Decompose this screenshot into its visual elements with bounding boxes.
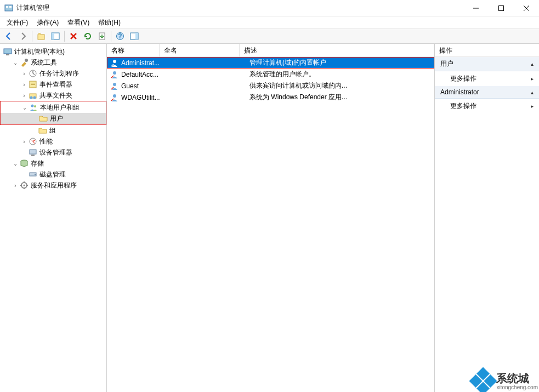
tree-groups[interactable]: 组: [0, 125, 106, 136]
minimize-button[interactable]: [463, 0, 489, 16]
submenu-arrow-icon: ▸: [531, 103, 534, 109]
list-pane: 名称 全名 描述 Administrat...管理计算机(域)的内置帐户Defa…: [107, 44, 435, 392]
svg-point-38: [113, 60, 116, 63]
up-button[interactable]: [35, 30, 48, 43]
show-hide-actions-button[interactable]: [128, 30, 141, 43]
column-name[interactable]: 名称: [107, 44, 160, 56]
list-row[interactable]: DefaultAcc...系统管理的用户帐户。: [107, 69, 434, 80]
folder-icon: [39, 114, 48, 123]
export-button[interactable]: [95, 30, 109, 43]
actions-more-administrator[interactable]: 更多操作 ▸: [435, 99, 539, 113]
tree-root[interactable]: 计算机管理(本地): [0, 46, 106, 57]
tree-shared-folders[interactable]: › 共享文件夹: [0, 90, 106, 101]
cell-name: WDAGUtilit...: [121, 94, 169, 101]
toolbar-separator: [111, 31, 111, 42]
user-icon: [110, 82, 119, 90]
svg-point-28: [34, 105, 36, 107]
svg-rect-9: [52, 33, 54, 39]
actions-item-label: 更多操作: [450, 101, 476, 111]
tree-task-scheduler[interactable]: › 任务计划程序: [0, 68, 106, 79]
expand-icon[interactable]: ›: [21, 138, 27, 145]
actions-more-users[interactable]: 更多操作 ▸: [435, 71, 539, 86]
menu-file[interactable]: 文件(F): [2, 17, 32, 29]
list-body: Administrat...管理计算机(域)的内置帐户DefaultAcc...…: [107, 57, 434, 103]
svg-rect-23: [31, 84, 35, 85]
collapse-icon[interactable]: ⌄: [21, 104, 28, 111]
main-area: 计算机管理(本地) ⌄ 系统工具 › 任务计划程序 › 事件查看器 › 共享文件…: [0, 44, 539, 392]
expand-icon[interactable]: ›: [21, 92, 27, 99]
cell-description: 系统管理的用户帐户。: [249, 70, 434, 79]
services-icon: [20, 181, 29, 190]
tree-local-users-groups[interactable]: ⌄ 本地用户和组: [1, 102, 106, 113]
svg-point-19: [25, 59, 28, 62]
close-button[interactable]: [514, 0, 539, 16]
actions-title: 操作: [435, 44, 539, 57]
toolbar-separator: [32, 31, 32, 42]
svg-text:?: ?: [118, 32, 122, 40]
actions-section-users[interactable]: 用户 ▴: [435, 57, 539, 71]
tree-device-manager[interactable]: 设备管理器: [0, 147, 106, 158]
user-icon: [110, 70, 119, 79]
back-button[interactable]: [2, 30, 15, 43]
svg-rect-4: [499, 5, 504, 10]
tree-label: 设备管理器: [39, 148, 72, 157]
menu-view[interactable]: 查看(V): [63, 17, 94, 29]
actions-section-administrator[interactable]: Administrator ▴: [435, 86, 539, 99]
tree-label: 任务计划程序: [39, 69, 79, 78]
svg-rect-0: [5, 5, 13, 11]
folder-icon: [38, 126, 47, 135]
expand-icon[interactable]: ›: [21, 70, 27, 77]
show-hide-tree-button[interactable]: [49, 30, 62, 43]
collapse-icon[interactable]: ⌄: [12, 59, 19, 66]
svg-rect-7: [38, 35, 44, 39]
tree-storage[interactable]: ⌄ 存储: [0, 158, 106, 169]
user-icon: [110, 59, 119, 67]
performance-icon: [29, 137, 37, 146]
tree-label: 用户: [50, 114, 63, 123]
svg-point-40: [113, 83, 116, 86]
tree-users[interactable]: 用户: [1, 113, 106, 124]
disk-icon: [29, 170, 37, 179]
watermark-logo-icon: [469, 367, 497, 392]
svg-point-35: [35, 174, 36, 175]
toolbar: ?: [0, 29, 539, 44]
menu-help[interactable]: 帮助(H): [94, 17, 125, 29]
column-description[interactable]: 描述: [240, 44, 434, 56]
cell-name: DefaultAcc...: [121, 71, 169, 78]
tree-services-apps[interactable]: › 服务和应用程序: [0, 180, 106, 191]
refresh-button[interactable]: [81, 30, 94, 43]
list-row[interactable]: Administrat...管理计算机(域)的内置帐户: [107, 57, 434, 69]
toolbar-separator: [64, 31, 65, 42]
cell-name: Guest: [121, 82, 169, 90]
menu-action[interactable]: 操作(A): [32, 17, 63, 29]
svg-point-26: [33, 96, 36, 99]
tree-disk-management[interactable]: 磁盘管理: [0, 169, 106, 180]
clock-icon: [29, 69, 37, 78]
tree-event-viewer[interactable]: › 事件查看器: [0, 79, 106, 90]
cell-description: 管理计算机(域)的内置帐户: [249, 58, 434, 67]
tree-system-tools[interactable]: ⌄ 系统工具: [0, 57, 106, 68]
column-fullname[interactable]: 全名: [160, 44, 240, 56]
submenu-arrow-icon: ▸: [531, 76, 534, 82]
titlebar: 计算机管理: [0, 0, 539, 16]
tree-label: 共享文件夹: [39, 91, 72, 100]
tree-pane: 计算机管理(本地) ⌄ 系统工具 › 任务计划程序 › 事件查看器 › 共享文件…: [0, 44, 107, 392]
collapse-icon[interactable]: ⌄: [12, 160, 19, 167]
svg-rect-16: [135, 33, 138, 39]
forward-button[interactable]: [16, 30, 30, 43]
help-button[interactable]: ?: [114, 30, 127, 43]
tree-label: 计算机管理(本地): [14, 47, 65, 56]
maximize-button[interactable]: [489, 0, 514, 16]
tree-label: 服务和应用程序: [31, 181, 77, 190]
tree-performance[interactable]: › 性能: [0, 136, 106, 147]
delete-button[interactable]: [67, 30, 80, 43]
list-row[interactable]: Guest供来宾访问计算机或访问域的内...: [107, 80, 434, 92]
expand-icon[interactable]: ›: [21, 81, 27, 88]
svg-point-27: [31, 105, 34, 107]
actions-section-label: 用户: [440, 59, 453, 69]
list-row[interactable]: WDAGUtilit...系统为 Windows Defender 应用...: [107, 92, 434, 103]
expand-icon[interactable]: ›: [12, 182, 19, 189]
tree-label: 存储: [31, 159, 44, 168]
tree-label: 磁盘管理: [39, 170, 66, 179]
tools-icon: [20, 58, 29, 67]
